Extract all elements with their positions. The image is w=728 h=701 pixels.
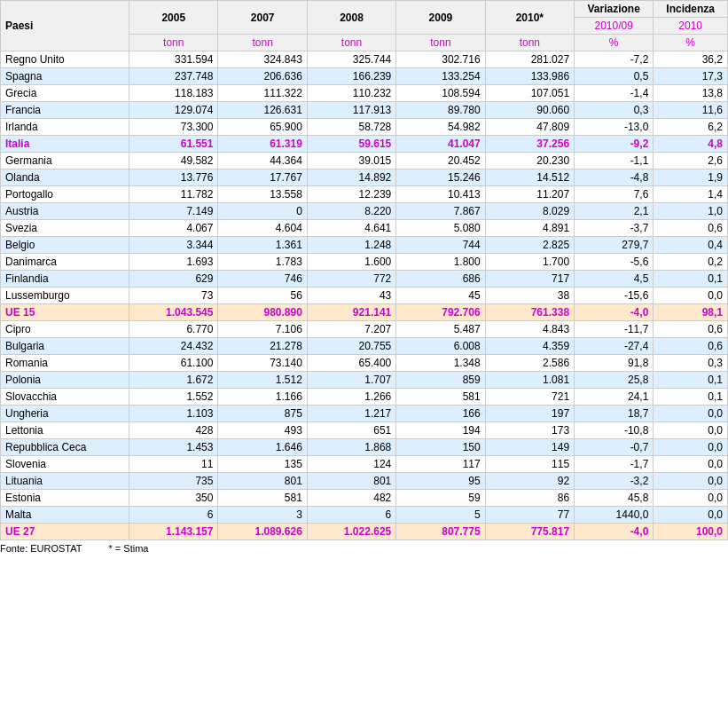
cell-var: -0,7	[575, 439, 654, 456]
cell-v2007: 1.512	[218, 372, 307, 389]
cell-paese: Belgio	[1, 237, 129, 254]
cell-inc: 0,6	[654, 338, 728, 355]
cell-v2010: 20.230	[485, 153, 574, 169]
table-row: Lussemburgo7356434538-15,60,0	[1, 287, 728, 304]
cell-v2005: 1.453	[129, 439, 218, 456]
cell-v2009: 59	[396, 490, 485, 507]
cell-paese: Finlandia	[1, 271, 129, 287]
cell-v2009: 10.413	[396, 186, 485, 203]
table-row: Danimarca1.6931.7831.6001.8001.700-5,60,…	[1, 254, 728, 271]
cell-var: 25,8	[575, 372, 654, 389]
cell-v2008: 110.232	[307, 85, 395, 102]
table-row: UE 271.143.1571.089.6261.022.625807.7757…	[1, 524, 728, 540]
cell-v2008: 772	[307, 271, 395, 287]
cell-v2007: 7.106	[218, 321, 307, 338]
table-row: Germania49.58244.36439.01520.45220.230-1…	[1, 153, 728, 169]
cell-paese: Lituania	[1, 473, 129, 490]
cell-v2008: 65.400	[307, 355, 395, 372]
cell-v2005: 237.748	[129, 68, 218, 85]
col-header-2008: 2008	[307, 1, 395, 35]
cell-v2010: 4.359	[485, 338, 574, 355]
cell-v2009: 859	[396, 372, 485, 389]
cell-v2008: 6	[307, 507, 395, 524]
cell-v2009: 5	[396, 507, 485, 524]
cell-v2009: 54.982	[396, 119, 485, 136]
cell-inc: 0,1	[654, 271, 728, 287]
cell-v2007: 73.140	[218, 355, 307, 372]
table-row: Portogallo11.78213.55812.23910.41311.207…	[1, 186, 728, 203]
cell-v2005: 24.432	[129, 338, 218, 355]
col-header-inc: Incidenza	[654, 1, 728, 18]
cell-var: -1,4	[575, 85, 654, 102]
cell-v2008: 1.248	[307, 237, 395, 254]
cell-paese: Cipro	[1, 321, 129, 338]
cell-paese: UE 15	[1, 304, 129, 321]
cell-v2010: 717	[485, 271, 574, 287]
cell-v2010: 775.817	[485, 524, 574, 540]
cell-v2010: 1.700	[485, 254, 574, 271]
cell-v2008: 43	[307, 287, 395, 304]
cell-v2005: 49.582	[129, 153, 218, 169]
table-row: Repubblica Ceca1.4531.6461.868150149-0,7…	[1, 439, 728, 456]
cell-v2005: 11.782	[129, 186, 218, 203]
cell-v2005: 1.143.157	[129, 524, 218, 540]
cell-var: -3,7	[575, 220, 654, 237]
cell-v2009: 5.487	[396, 321, 485, 338]
cell-var: -10,8	[575, 422, 654, 439]
cell-paese: Polonia	[1, 372, 129, 389]
col-header-paese: Paesi	[1, 1, 129, 51]
cell-var: 7,6	[575, 186, 654, 203]
cell-inc: 0,0	[654, 456, 728, 473]
cell-v2005: 13.776	[129, 169, 218, 186]
cell-v2005: 1.103	[129, 406, 218, 422]
cell-v2008: 14.892	[307, 169, 395, 186]
cell-inc: 0,0	[654, 422, 728, 439]
cell-inc: 0,1	[654, 389, 728, 406]
cell-paese: Ungheria	[1, 406, 129, 422]
cell-v2008: 1.600	[307, 254, 395, 271]
cell-inc: 0,4	[654, 237, 728, 254]
table-row: Olanda13.77617.76714.89215.24614.512-4,8…	[1, 169, 728, 186]
cell-v2005: 129.074	[129, 102, 218, 119]
cell-v2010: 47.809	[485, 119, 574, 136]
table-row: Austria7.14908.2207.8678.0292,11,0	[1, 203, 728, 220]
table-row: Irlanda73.30065.90058.72854.98247.809-13…	[1, 119, 728, 136]
table-row: Bulgaria24.43221.27820.7556.0084.359-27,…	[1, 338, 728, 355]
cell-var: -4,8	[575, 169, 654, 186]
cell-v2009: 89.780	[396, 102, 485, 119]
cell-v2009: 20.452	[396, 153, 485, 169]
cell-paese: Portogallo	[1, 186, 129, 203]
cell-paese: Irlanda	[1, 119, 129, 136]
cell-v2007: 1.646	[218, 439, 307, 456]
cell-paese: Malta	[1, 507, 129, 524]
cell-v2007: 17.767	[218, 169, 307, 186]
table-row: Romania61.10073.14065.4001.3482.58691,80…	[1, 355, 728, 372]
cell-v2010: 14.512	[485, 169, 574, 186]
cell-v2010: 2.825	[485, 237, 574, 254]
cell-paese: Grecia	[1, 85, 129, 102]
cell-inc: 0,0	[654, 287, 728, 304]
table-row: Ungheria1.1038751.21716619718,70,0	[1, 406, 728, 422]
cell-v2005: 1.552	[129, 389, 218, 406]
cell-v2010: 133.986	[485, 68, 574, 85]
cell-inc: 2,6	[654, 153, 728, 169]
cell-v2009: 581	[396, 389, 485, 406]
cell-paese: Francia	[1, 102, 129, 119]
cell-v2007: 56	[218, 287, 307, 304]
table-row: Lettonia428493651194173-10,80,0	[1, 422, 728, 439]
col-unit-var: %	[575, 35, 654, 51]
cell-v2005: 331.594	[129, 51, 218, 68]
cell-v2005: 61.100	[129, 355, 218, 372]
main-container: Paesi 2005 2007 2008 2009 2010* Variazio…	[0, 0, 728, 556]
cell-var: -15,6	[575, 287, 654, 304]
cell-var: -4,0	[575, 524, 654, 540]
cell-v2010: 8.029	[485, 203, 574, 220]
cell-v2008: 166.239	[307, 68, 395, 85]
cell-v2010: 11.207	[485, 186, 574, 203]
cell-v2010: 2.586	[485, 355, 574, 372]
col-unit-2005: tonn	[129, 35, 218, 51]
cell-v2008: 325.744	[307, 51, 395, 68]
cell-var: -11,7	[575, 321, 654, 338]
cell-var: 2,1	[575, 203, 654, 220]
cell-var: -3,2	[575, 473, 654, 490]
